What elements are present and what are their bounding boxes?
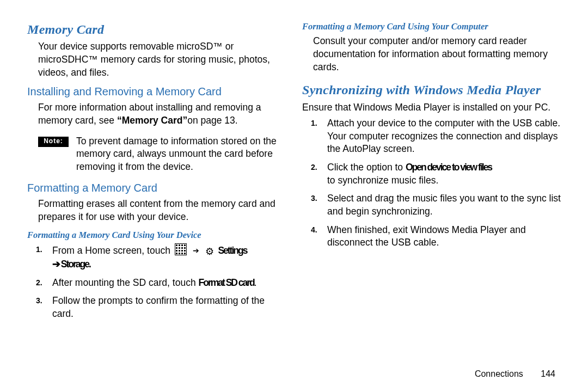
heading-format-device: Formatting a Memory Card Using Your Devi…	[27, 229, 286, 241]
heading-sync-wmp: Synchronizing with Windows Media Player	[302, 81, 561, 99]
sync-intro: Ensure that Windows Media Player is inst…	[302, 101, 561, 114]
sync-step-1: Attach your device to the computer with …	[323, 117, 561, 156]
note-label: Note:	[38, 137, 69, 147]
format-step-1: From a Home screen, touch ➔ ⚙ Settings ➔…	[48, 243, 286, 271]
sync1-text: Attach your device to the computer with …	[327, 118, 560, 128]
sync1-sub: Your computer recognizes the connection …	[327, 130, 561, 156]
install-text-c: on page 13.	[187, 115, 237, 126]
sync-step-3: Select and drag the music files you want…	[323, 192, 561, 218]
sync2-pre: Click the option to	[327, 162, 406, 173]
step2-suffix: .	[254, 277, 257, 288]
heading-format-computer: Formatting a Memory Card Using Your Comp…	[302, 21, 561, 33]
apps-grid-icon	[175, 243, 187, 255]
format-device-steps: From a Home screen, touch ➔ ⚙ Settings ➔…	[27, 243, 286, 321]
note-block: Note: To prevent damage to information s…	[27, 135, 286, 174]
step3-text: Follow the prompts to confirm the format…	[52, 295, 265, 319]
right-column: Formatting a Memory Card Using Your Comp…	[302, 21, 561, 326]
footer-page-number: 144	[541, 369, 555, 378]
sync-step-4: When finished, exit Windows Media Player…	[323, 224, 561, 249]
heading-memory-card: Memory Card	[27, 21, 286, 38]
sync2-post: to synchronize music files.	[327, 175, 438, 186]
format-step-2: After mounting the SD card, touch Format…	[48, 277, 286, 290]
left-column: Memory Card Your device supports removab…	[27, 21, 286, 326]
heading-formatting: Formatting a Memory Card	[27, 181, 286, 195]
page-footer: Connections 144	[475, 369, 555, 379]
formatting-intro: Formatting erases all content from the m…	[38, 198, 286, 223]
step1-pre: From a Home screen, touch	[52, 245, 170, 256]
sync4-text: When finished, exit Windows Media Player…	[327, 224, 526, 248]
sync3-text: Select and drag the music files you want…	[327, 193, 561, 217]
sync-step-2: Click the option to Open device to view …	[323, 161, 561, 187]
format-computer-text: Consult your computer and/or memory card…	[313, 35, 561, 74]
heading-install-remove: Installing and Removing a Memory Card	[27, 84, 286, 99]
sync-steps: Attach your device to the computer with …	[302, 117, 561, 249]
memory-card-intro: Your device supports removable microSD™ …	[38, 40, 286, 79]
manual-page: Memory Card Your device supports removab…	[0, 0, 588, 392]
format-step-3: Follow the prompts to confirm the format…	[48, 295, 286, 320]
step1-storage-label: ➔ Storage.	[52, 259, 90, 270]
install-text-b: “Memory Card”	[117, 115, 187, 126]
arrow-icon: ➔	[193, 246, 199, 256]
install-remove-text: For more information about installing an…	[38, 101, 286, 127]
step2-pre: After mounting the SD card, touch	[52, 277, 196, 288]
step2-format-label: Format SD card	[199, 277, 254, 288]
note-text: To prevent damage to information stored …	[76, 135, 283, 174]
step1-settings-label: Settings	[218, 245, 247, 256]
settings-gear-icon: ⚙	[205, 245, 214, 258]
footer-section: Connections	[475, 369, 523, 378]
sync2-ghost: Open device to view files	[406, 162, 492, 173]
